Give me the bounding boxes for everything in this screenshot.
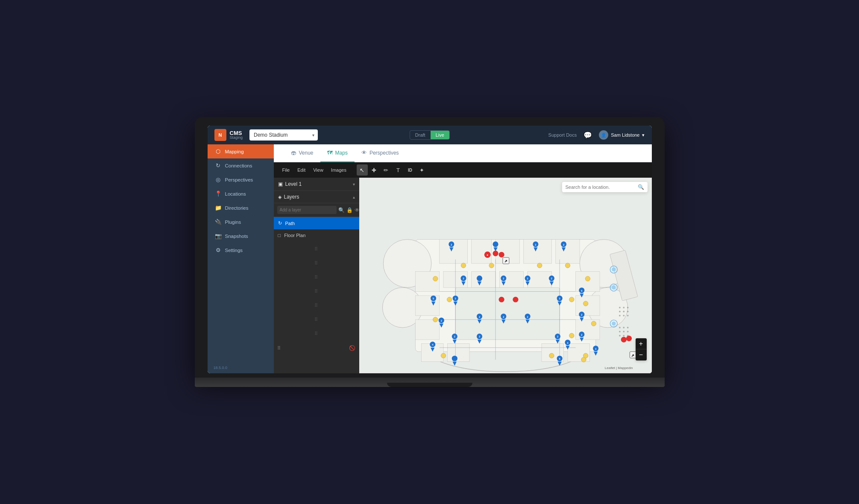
sidebar-item-snapshots[interactable]: 📷 Snapshots [208, 229, 274, 243]
drag-handle-6[interactable]: ⠿ [277, 317, 356, 322]
svg-rect-15 [415, 319, 439, 340]
svg-text:2: 2 [527, 316, 528, 318]
toolbar-menu: File Edit View Images [279, 166, 350, 174]
sidebar-item-perspectives[interactable]: ◎ Perspectives [208, 173, 274, 187]
support-docs-link[interactable]: Support Docs [548, 132, 577, 138]
zoom-in-button[interactable]: + [636, 338, 647, 349]
laptop-shell: N CMS Staging Demo Stadium Draft Live [195, 117, 665, 387]
menu-file[interactable]: File [279, 166, 293, 174]
drag-handle-5[interactable]: ⠿ [277, 303, 356, 308]
level-icon: ▣ [278, 181, 283, 187]
tabs-bar: 🏟 Venue 🗺 Maps 👁 Perspectives [274, 144, 652, 162]
svg-text:2: 2 [440, 319, 442, 322]
drag-handle-7[interactable]: ⠿ [277, 331, 356, 337]
sidebar: ⬡ Mapping ↻ Connections ◎ Perspectives 📍… [208, 144, 274, 373]
drag-handle-3[interactable]: ⠿ [277, 275, 356, 280]
sidebar-item-mapping[interactable]: ⬡ Mapping [208, 144, 274, 158]
svg-text:2: 2 [478, 316, 480, 318]
drag-handle-8[interactable]: ⠿ 🚫 [277, 345, 356, 351]
svg-rect-12 [555, 240, 579, 264]
svg-text:2: 2 [503, 277, 504, 280]
maps-tab-icon: 🗺 [327, 149, 333, 156]
layers-header[interactable]: ◈ Layers ▴ [274, 191, 359, 203]
svg-rect-22 [528, 272, 551, 288]
logo-n: N [219, 132, 222, 138]
user-area[interactable]: 👤 Sam Lidstone ▾ [599, 130, 645, 140]
layer-item-floor-plan[interactable]: □ Floor Plan [274, 229, 359, 241]
tool-text[interactable]: T [393, 164, 404, 176]
tool-select[interactable]: ↖ [357, 164, 368, 176]
version-label: 18.5.0.0 [208, 362, 274, 373]
layer-item-path[interactable]: ↻ Path [274, 217, 359, 229]
tool-settings[interactable]: ✦ [416, 164, 428, 176]
svg-point-125 [626, 336, 631, 341]
layer-search-button[interactable]: 🔍 [338, 207, 345, 213]
add-layer-input[interactable] [277, 206, 337, 214]
drag-handles-area: ⠿ ⠿ ⠿ ⠿ ⠿ ⠿ ⠿ ⠿ 🚫 [274, 241, 359, 356]
floor-plan-layer-icon: □ [278, 233, 281, 238]
svg-point-142 [565, 263, 570, 268]
svg-point-42 [627, 331, 628, 332]
map-search-input[interactable] [566, 185, 635, 190]
sidebar-item-settings[interactable]: ⚙ Settings [208, 243, 274, 257]
svg-text:2: 2 [557, 335, 558, 338]
tab-perspectives[interactable]: 👁 Perspectives [355, 144, 406, 162]
layer-lock-button[interactable]: 🔒 [346, 207, 353, 213]
map-search-bar: 🔍 [562, 182, 648, 192]
menu-edit[interactable]: Edit [294, 166, 309, 174]
drag-handle-4[interactable]: ⠿ [277, 289, 356, 294]
level-label: Level 1 [285, 181, 302, 187]
directories-icon: 📁 [215, 205, 222, 211]
map-canvas[interactable]: 🔍 [359, 178, 652, 373]
plugins-icon: 🔌 [215, 219, 222, 225]
drag-handle-1[interactable]: ⠿ [277, 246, 356, 252]
svg-point-59 [493, 251, 498, 256]
drag-handle-2[interactable]: ⠿ [277, 261, 356, 266]
svg-text:2: 2 [454, 335, 455, 338]
zoom-out-button[interactable]: − [636, 349, 647, 360]
content-area: 🏟 Venue 🗺 Maps 👁 Perspectives [274, 144, 652, 373]
svg-text:5: 5 [433, 297, 434, 300]
tab-maps[interactable]: 🗺 Maps [320, 144, 355, 162]
path-layer-label: Path [285, 221, 295, 226]
menu-view[interactable]: View [310, 166, 327, 174]
live-button[interactable]: Live [431, 131, 449, 139]
tool-id[interactable]: ID [405, 164, 416, 176]
sidebar-item-plugins[interactable]: 🔌 Plugins [208, 215, 274, 229]
level-chevron-icon: ▾ [353, 182, 355, 187]
svg-point-153 [583, 353, 588, 358]
sidebar-item-label-locations: Locations [225, 191, 246, 196]
menu-images[interactable]: Images [328, 166, 350, 174]
svg-text:2: 2 [463, 277, 464, 280]
svg-point-32 [623, 311, 624, 313]
sidebar-item-locations[interactable]: 📍 Locations [208, 187, 274, 201]
venue-selector[interactable]: Demo Stadium [249, 129, 318, 141]
svg-point-29 [623, 307, 624, 308]
tab-venue[interactable]: 🏟 Venue [284, 144, 320, 162]
mapping-icon: ⬡ [215, 148, 222, 155]
logo-area: N CMS Staging [214, 129, 243, 141]
sidebar-item-label-mapping: Mapping [225, 149, 244, 154]
eye-off-icon[interactable]: 🚫 [349, 345, 356, 351]
laptop-notch [387, 383, 472, 387]
perspectives-icon: ◎ [215, 176, 222, 183]
venue-select-wrapper[interactable]: Demo Stadium [249, 129, 318, 141]
tool-draw[interactable]: ✏ [381, 164, 392, 176]
snapshots-icon: 📷 [215, 233, 222, 239]
left-panel: ▣ Level 1 ▾ ◈ Layers ▴ [274, 178, 359, 373]
settings-icon: ⚙ [215, 247, 222, 253]
svg-rect-3 [455, 287, 560, 340]
svg-point-33 [627, 311, 628, 313]
locations-icon: 📍 [215, 190, 222, 197]
svg-point-30 [627, 307, 628, 308]
svg-point-149 [549, 353, 554, 358]
layer-eye-button[interactable]: 👁 [355, 207, 359, 213]
chat-icon[interactable]: 💬 [583, 131, 592, 139]
draft-button[interactable]: Draft [410, 131, 431, 139]
svg-text:5: 5 [581, 290, 582, 292]
sidebar-item-directories[interactable]: 📁 Directories [208, 201, 274, 215]
tool-crosshair[interactable]: ✚ [369, 164, 380, 176]
level-selector[interactable]: ▣ Level 1 ▾ [274, 178, 359, 191]
sidebar-item-connections[interactable]: ↻ Connections [208, 158, 274, 173]
screen-bezel: N CMS Staging Demo Stadium Draft Live [195, 117, 665, 378]
